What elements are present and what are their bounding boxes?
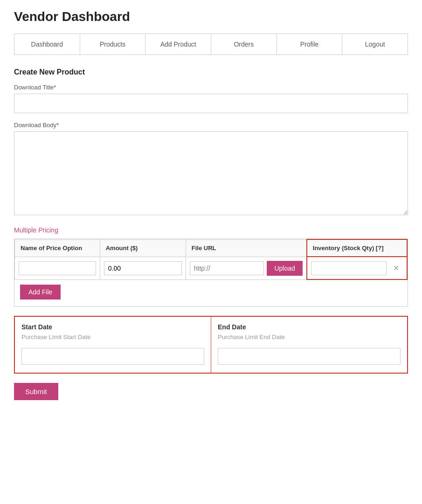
pricing-row: Upload ✕ bbox=[15, 257, 408, 279]
price-option-name-cell bbox=[15, 257, 100, 279]
end-date-input[interactable] bbox=[218, 348, 401, 365]
navigation: Dashboard Products Add Product Orders Pr… bbox=[14, 34, 408, 55]
nav-item-products[interactable]: Products bbox=[80, 34, 146, 54]
amount-input[interactable] bbox=[104, 261, 182, 275]
price-option-name-input[interactable] bbox=[19, 261, 96, 275]
start-date-box: Start Date Purchase Limit Start Date bbox=[15, 317, 211, 373]
col-header-amount: Amount ($) bbox=[100, 239, 186, 257]
end-date-title: End Date bbox=[218, 323, 401, 331]
pricing-table-wrapper: Name of Price Option Amount ($) File URL… bbox=[14, 238, 408, 306]
col-header-name: Name of Price Option bbox=[15, 239, 100, 257]
nav-item-add-product[interactable]: Add Product bbox=[145, 34, 211, 54]
inventory-cell: ✕ bbox=[307, 257, 407, 279]
col-header-inventory: Inventory (Stock Qty) [?] bbox=[307, 239, 407, 257]
nav-item-orders[interactable]: Orders bbox=[211, 34, 277, 54]
file-url-cell: Upload bbox=[186, 257, 307, 279]
end-date-placeholder: Purchase Limit End Date bbox=[218, 334, 401, 341]
inventory-input[interactable] bbox=[311, 261, 387, 275]
end-date-box: End Date Purchase Limit End Date bbox=[211, 317, 407, 373]
remove-row-button[interactable]: ✕ bbox=[389, 262, 403, 274]
date-section: Start Date Purchase Limit Start Date End… bbox=[14, 316, 408, 374]
add-file-button[interactable]: Add File bbox=[20, 285, 61, 300]
nav-item-dashboard[interactable]: Dashboard bbox=[14, 34, 80, 54]
pricing-table: Name of Price Option Amount ($) File URL… bbox=[14, 239, 408, 280]
multiple-pricing-label: Multiple Pricing bbox=[14, 226, 408, 234]
start-date-input[interactable] bbox=[21, 348, 204, 365]
download-body-textarea[interactable] bbox=[14, 131, 408, 215]
upload-button[interactable]: Upload bbox=[267, 261, 302, 276]
download-body-label: Download Body* bbox=[14, 122, 408, 129]
start-date-title: Start Date bbox=[21, 323, 204, 331]
nav-item-profile[interactable]: Profile bbox=[277, 34, 343, 54]
nav-item-logout[interactable]: Logout bbox=[342, 34, 408, 54]
col-header-url: File URL bbox=[186, 239, 307, 257]
create-product-section: Create New Product Download Title* Downl… bbox=[14, 68, 408, 400]
file-url-input[interactable] bbox=[190, 261, 264, 275]
page-title: Vendor Dashboard bbox=[14, 9, 408, 24]
section-title: Create New Product bbox=[14, 68, 408, 76]
submit-button[interactable]: Submit bbox=[14, 383, 58, 400]
download-title-input[interactable] bbox=[14, 94, 408, 113]
start-date-placeholder: Purchase Limit Start Date bbox=[21, 334, 204, 341]
download-title-label: Download Title* bbox=[14, 84, 408, 91]
amount-cell bbox=[100, 257, 186, 279]
